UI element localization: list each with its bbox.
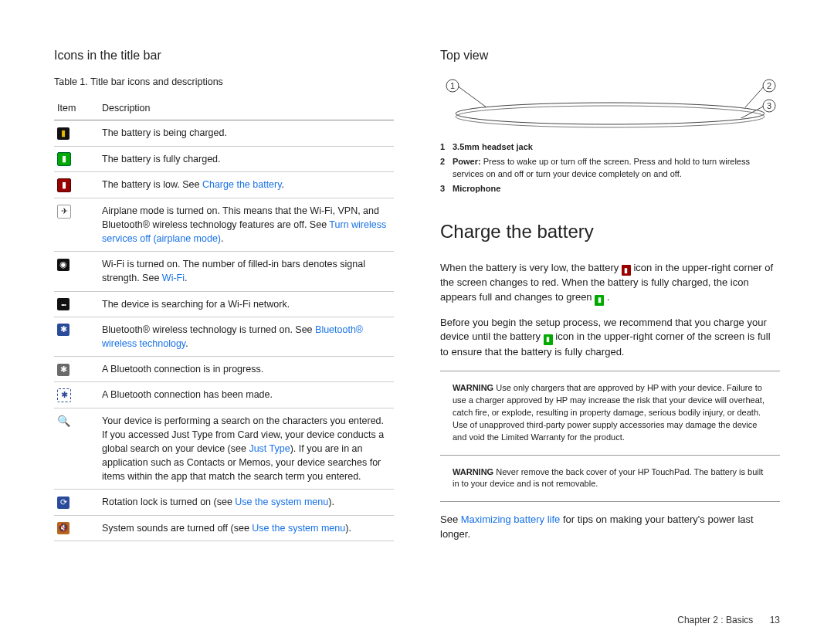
text: ). bbox=[345, 523, 351, 534]
text: When the battery is very low, the batter… bbox=[440, 262, 622, 273]
link-use-the-system-menu[interactable]: Use the system menu bbox=[252, 523, 345, 534]
icon-cell: ▮ bbox=[54, 172, 99, 198]
link-maximizing-battery-life[interactable]: Maximizing battery life bbox=[461, 514, 561, 525]
callout-row: 3Microphone bbox=[440, 183, 780, 195]
bt-conn-icon: ✱ bbox=[57, 388, 71, 402]
callout-body: Microphone bbox=[453, 183, 500, 195]
text: ). bbox=[328, 497, 334, 507]
table-row: •••The device is searching for a Wi-Fi n… bbox=[54, 291, 394, 317]
table-row: ✱Bluetooth® wireless technology is turne… bbox=[54, 317, 394, 356]
callout-body: 3.5mm headset jack bbox=[453, 141, 533, 154]
table-caption: Table 1. Title bar icons and description… bbox=[54, 75, 394, 89]
tips-paragraph: See Maximizing battery life for tips on … bbox=[440, 513, 780, 542]
table-row: ✈Airplane mode is turned on. This means … bbox=[54, 198, 394, 251]
warning-charger: WARNING Use only chargers that are appro… bbox=[440, 382, 780, 444]
text: System sounds are turned off (see bbox=[102, 523, 252, 534]
text: . bbox=[282, 179, 284, 190]
battery-full-icon: ▮ bbox=[544, 334, 553, 345]
description-cell: System sounds are turned off (see Use th… bbox=[99, 515, 394, 541]
text: Bluetooth® wireless technology is turned… bbox=[102, 324, 315, 335]
right-column: Top view 1 2 3 13.5mm headset jack2Power… bbox=[440, 46, 780, 552]
full-icon: ▮ bbox=[57, 152, 71, 166]
divider bbox=[440, 371, 780, 371]
svg-text:2: 2 bbox=[767, 81, 771, 90]
warning-text: Use only chargers that are approved by H… bbox=[453, 383, 764, 442]
table-row: ▮The battery is low. See Charge the batt… bbox=[54, 172, 394, 198]
divider bbox=[440, 455, 780, 456]
footer-chapter: Chapter 2 : Basics bbox=[677, 615, 753, 625]
description-cell: The battery is fully charged. bbox=[99, 146, 394, 172]
page-footer: Chapter 2 : Basics 13 bbox=[54, 614, 780, 627]
description-cell: Airplane mode is turned on. This means t… bbox=[99, 198, 394, 251]
icon-cell: ✈ bbox=[54, 198, 99, 251]
icon-cell: ◉ bbox=[54, 252, 99, 291]
text: . bbox=[185, 338, 188, 349]
description-cell: The device is searching for a Wi-Fi netw… bbox=[99, 291, 394, 317]
callout-label: Microphone bbox=[453, 184, 500, 193]
icon-cell: ✱ bbox=[54, 356, 99, 381]
warning-label: WARNING bbox=[453, 383, 493, 392]
table-row: ✱A Bluetooth connection is in progress. bbox=[54, 356, 394, 381]
text: Wi-Fi is turned on. The number of filled… bbox=[102, 259, 365, 283]
callout-label: Power: bbox=[453, 157, 481, 166]
bt-prog-icon: ✱ bbox=[57, 364, 70, 376]
callout-text: Press to wake up or turn off the screen.… bbox=[453, 157, 750, 178]
title-bar-icons-table: Item Description ▮The battery is being c… bbox=[54, 97, 394, 541]
text: Rotation lock is turned on (see bbox=[102, 497, 235, 507]
two-column-layout: Icons in the title bar Table 1. Title ba… bbox=[54, 46, 780, 552]
battery-full-icon: ▮ bbox=[595, 295, 604, 306]
callout-number: 2 bbox=[440, 156, 448, 181]
description-cell: Your device is performing a search on th… bbox=[99, 408, 394, 490]
callout-row: 2Power: Press to wake up or turn off the… bbox=[440, 156, 780, 181]
rotlock-icon: ⟳ bbox=[57, 497, 70, 509]
charging-icon: ▮ bbox=[57, 127, 70, 140]
link-wi-fi[interactable]: Wi-Fi bbox=[162, 273, 185, 283]
svg-line-8 bbox=[741, 106, 764, 118]
description-cell: Wi-Fi is turned on. The number of filled… bbox=[99, 252, 394, 291]
link-charge-the-battery[interactable]: Charge the battery bbox=[202, 179, 282, 190]
icon-cell: ••• bbox=[54, 291, 99, 317]
callout-label: 3.5mm headset jack bbox=[453, 142, 533, 151]
heading-charge-battery: Charge the battery bbox=[440, 219, 780, 246]
svg-text:1: 1 bbox=[450, 81, 455, 90]
svg-text:3: 3 bbox=[767, 101, 771, 110]
text: . bbox=[221, 233, 223, 244]
warning-text: Never remove the back cover of your HP T… bbox=[453, 467, 763, 489]
icon-cell: ▮ bbox=[54, 146, 99, 172]
description-cell: The battery is being charged. bbox=[99, 120, 394, 146]
text: . bbox=[185, 273, 187, 283]
airplane-icon: ✈ bbox=[57, 205, 71, 219]
mute-icon: 🔇 bbox=[57, 522, 70, 534]
link-just-type[interactable]: Just Type bbox=[249, 443, 290, 454]
table-row: ◉Wi-Fi is turned on. The number of fille… bbox=[54, 252, 394, 291]
top-view-callouts: 13.5mm headset jack2Power: Press to wake… bbox=[440, 141, 780, 195]
table-row: ✱A Bluetooth connection has been made. bbox=[54, 382, 394, 408]
link-use-the-system-menu[interactable]: Use the system menu bbox=[235, 497, 328, 507]
icon-cell: 🔍 bbox=[54, 408, 99, 490]
search-wifi-icon: ••• bbox=[57, 298, 70, 310]
callout-number: 3 bbox=[440, 183, 448, 195]
description-cell: A Bluetooth connection has been made. bbox=[99, 382, 394, 408]
table-row: ▮The battery is being charged. bbox=[54, 120, 394, 146]
warning-label: WARNING bbox=[453, 467, 493, 476]
charge-paragraph-1: When the battery is very low, the batter… bbox=[440, 261, 780, 306]
table-row: 🔍Your device is performing a search on t… bbox=[54, 408, 394, 490]
low-icon: ▮ bbox=[57, 178, 71, 192]
heading-top-view: Top view bbox=[440, 46, 780, 64]
divider bbox=[440, 501, 780, 502]
wifi-icon: ◉ bbox=[57, 259, 70, 271]
left-column: Icons in the title bar Table 1. Title ba… bbox=[54, 46, 394, 552]
description-cell: Bluetooth® wireless technology is turned… bbox=[99, 317, 394, 356]
description-cell: The battery is low. See Charge the batte… bbox=[99, 172, 394, 198]
icon-cell: 🔇 bbox=[54, 515, 99, 541]
callout-body: Power: Press to wake up or turn off the … bbox=[453, 156, 780, 181]
description-cell: Rotation lock is turned on (see Use the … bbox=[99, 490, 394, 515]
svg-line-2 bbox=[457, 86, 486, 107]
callout-number: 1 bbox=[440, 141, 448, 154]
col-header-description: Description bbox=[99, 97, 394, 120]
text: . bbox=[607, 291, 610, 303]
heading-icons-title-bar: Icons in the title bar bbox=[54, 46, 394, 64]
icon-cell: ✱ bbox=[54, 382, 99, 408]
col-header-item: Item bbox=[54, 97, 99, 120]
icon-cell: ✱ bbox=[54, 317, 99, 356]
